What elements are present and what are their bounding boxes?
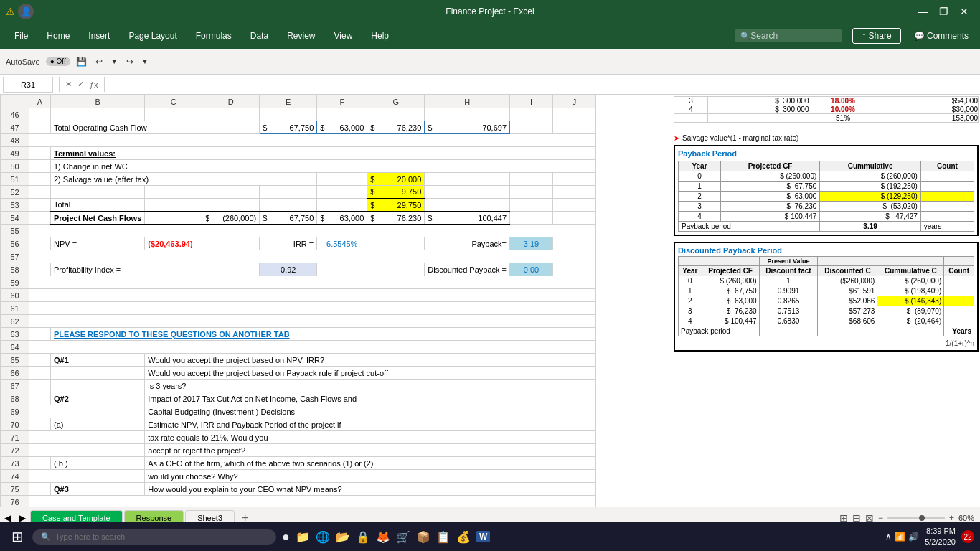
cell-B56[interactable]: NPV =	[51, 237, 145, 250]
taskbar-icon-package[interactable]: 📦	[416, 530, 430, 544]
restore-btn[interactable]: ❐	[933, 4, 954, 19]
cell-F54[interactable]: $63,000	[317, 212, 367, 225]
cell-H53[interactable]	[425, 199, 510, 212]
dpayback-year-2[interactable]: 2	[679, 296, 702, 306]
dpayback-year-3[interactable]: 3	[679, 306, 702, 316]
cell-B54[interactable]: Project Net Cash Flows	[51, 212, 145, 225]
cell-D53[interactable]	[202, 199, 260, 212]
taskbar-icon-finance[interactable]: 💰	[456, 530, 471, 544]
col-header-B[interactable]: B	[51, 95, 145, 108]
cell-I54[interactable]	[510, 212, 553, 225]
cell-H52[interactable]	[425, 186, 510, 199]
cell-G58[interactable]	[367, 263, 425, 276]
cell-C74[interactable]: would you choose? Why?	[145, 470, 596, 483]
dpayback-discCF-4[interactable]: $68,606	[818, 316, 877, 326]
dpayback-disc-4[interactable]: 0.6830	[759, 316, 818, 326]
col-header-F[interactable]: F	[317, 95, 367, 108]
cell-J51[interactable]	[553, 173, 596, 186]
cell-D54[interactable]: $(260,000)	[202, 212, 260, 225]
cell-A54[interactable]	[29, 212, 51, 225]
cell-J53[interactable]	[553, 199, 596, 212]
cell-E52[interactable]	[260, 186, 317, 199]
dpayback-cum-1[interactable]: $ (198,409)	[877, 286, 944, 296]
cell-I58[interactable]: 0.00	[510, 263, 553, 276]
payback-year-3[interactable]: 3	[679, 202, 721, 212]
taskbar-search-box[interactable]: 🔍	[32, 529, 276, 545]
payback-year-4[interactable]: 4	[679, 212, 721, 222]
cell-A63[interactable]	[29, 328, 51, 341]
search-input[interactable]	[750, 31, 837, 41]
cell-B75[interactable]: Q#3	[51, 483, 145, 496]
cell-B53[interactable]: Total	[51, 199, 145, 212]
col-header-I[interactable]: I	[510, 95, 553, 108]
cell-reference-box[interactable]	[3, 77, 53, 93]
next-sheet-btn[interactable]: ▶	[15, 513, 30, 523]
taskbar-icon-firefox[interactable]: 🦊	[376, 530, 390, 544]
undo-button[interactable]: ↩	[93, 55, 105, 68]
zoom-in-btn[interactable]: +	[949, 513, 954, 523]
cell-E58[interactable]: 0.92	[260, 263, 317, 276]
cell-H54[interactable]: $100,447	[425, 212, 510, 225]
dpayback-disc-0[interactable]: 1	[759, 276, 818, 286]
cell-H58[interactable]: Discounted Payback =	[425, 263, 510, 276]
cell-A65[interactable]	[29, 354, 51, 367]
cell-J52[interactable]	[553, 186, 596, 199]
taskbar-clock[interactable]: 8:39 PM 5/2/2020	[925, 526, 956, 548]
payback-count-3[interactable]	[920, 202, 974, 212]
cell-F58[interactable]	[317, 263, 367, 276]
cell-F51[interactable]	[317, 173, 367, 186]
enter-formula-icon[interactable]: ✓	[75, 80, 87, 89]
undo-dropdown[interactable]: ▼	[108, 57, 121, 67]
cancel-formula-icon[interactable]: ✕	[62, 80, 75, 89]
cell-J56[interactable]	[553, 237, 596, 250]
cell-C75[interactable]: How would you explain to your CEO what N…	[145, 483, 596, 496]
dpayback-cum-2[interactable]: $ (146,343)	[877, 296, 944, 306]
customize-toolbar[interactable]: ▼	[139, 57, 151, 67]
payback-cum-3[interactable]: $ (53,020)	[820, 202, 921, 212]
dpayback-count-1[interactable]	[944, 286, 974, 296]
dpayback-cf-4[interactable]: $ 100,447	[702, 316, 759, 326]
taskbar-search-input[interactable]	[55, 532, 242, 541]
payback-cum-0[interactable]: $ (260,000)	[820, 171, 921, 182]
menu-formulas[interactable]: Formulas	[187, 28, 240, 44]
dpayback-cf-2[interactable]: $ 63,000	[702, 296, 759, 306]
cell-H47[interactable]: $70,697	[425, 121, 510, 134]
payback-count-4[interactable]	[920, 212, 974, 222]
cell-A47[interactable]	[29, 121, 51, 134]
cell-A46[interactable]	[29, 108, 51, 121]
cell-C46[interactable]	[145, 108, 202, 121]
start-button[interactable]: ⊞	[6, 528, 29, 545]
col-header-A[interactable]: A	[29, 95, 51, 108]
cell-J47[interactable]	[553, 121, 596, 134]
cell-A67[interactable]	[29, 380, 51, 392]
cell-J54[interactable]	[553, 212, 596, 225]
cell-D52[interactable]	[202, 186, 260, 199]
cell-C66[interactable]: Would you accept the project based on Pa…	[145, 367, 596, 380]
payback-cf-0[interactable]: $ (260,000)	[720, 171, 819, 182]
cell-M47[interactable]: $ 300,000	[708, 105, 809, 114]
redo-button[interactable]: ↪	[123, 55, 136, 68]
cell-M46[interactable]: $ 300,000	[708, 97, 809, 105]
dpayback-count-2[interactable]	[944, 296, 974, 306]
dpayback-count-4[interactable]	[944, 316, 974, 326]
cell-H46[interactable]	[425, 108, 510, 121]
cell-A52[interactable]	[29, 186, 51, 199]
payback-year-1[interactable]: 1	[679, 182, 721, 192]
cell-O47[interactable]: $30,000	[877, 105, 978, 114]
cell-I46[interactable]	[510, 108, 553, 121]
cell-F53[interactable]	[317, 199, 367, 212]
cell-55[interactable]	[29, 225, 596, 237]
payback-cf-4[interactable]: $ 100,447	[720, 212, 819, 222]
dpayback-cf-1[interactable]: $ 67,750	[702, 286, 759, 296]
dpayback-cum-3[interactable]: $ (89,070)	[877, 306, 944, 316]
tray-icon-1[interactable]: ∧	[885, 532, 892, 542]
payback-cf-1[interactable]: $ 67,750	[720, 182, 819, 192]
cell-A49[interactable]	[29, 147, 51, 160]
menu-home[interactable]: Home	[38, 28, 78, 44]
taskbar-icon-notepad[interactable]: 📋	[436, 530, 451, 544]
taskbar-icon-edge[interactable]: 🌐	[316, 530, 330, 544]
cell-M48[interactable]	[708, 114, 809, 123]
insert-function-icon[interactable]: ƒx	[87, 80, 101, 89]
col-header-C[interactable]: C	[145, 95, 202, 108]
dpayback-count-3[interactable]	[944, 306, 974, 316]
